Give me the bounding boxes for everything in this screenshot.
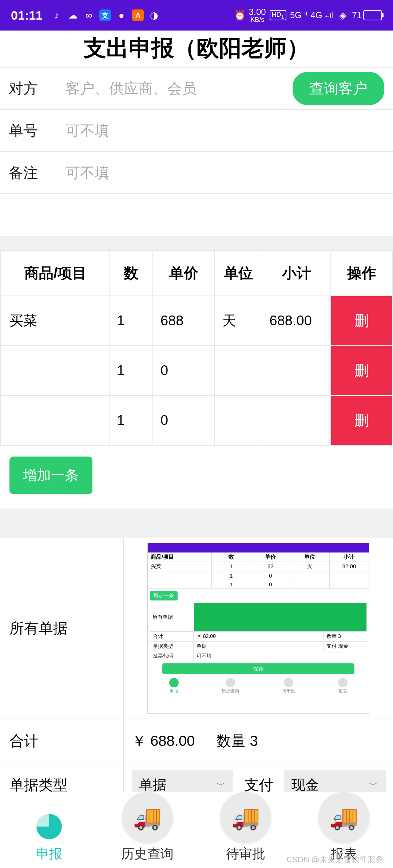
cell-item[interactable] xyxy=(0,346,109,395)
cell-item[interactable]: 买菜 xyxy=(0,296,109,346)
chevron-down-icon: ﹀ xyxy=(368,778,378,792)
cell-op: 删 xyxy=(331,346,393,395)
alarm-icon: ⏰ xyxy=(234,10,245,21)
wifi-icon: ◈ xyxy=(337,10,348,21)
cell-unit[interactable]: 天 xyxy=(215,296,262,346)
cell-qty[interactable]: 1 xyxy=(109,296,153,346)
th-qty: 数 xyxy=(109,250,153,296)
cell-unit[interactable] xyxy=(215,346,262,395)
order-input[interactable] xyxy=(62,112,393,150)
query-customer-button[interactable]: 查询客户 xyxy=(293,72,384,105)
truck-icon: 🚚 xyxy=(329,804,358,831)
net-5g: 5G ᴵᴵ xyxy=(290,10,307,20)
remark-label: 备注 xyxy=(0,163,62,183)
battery: 71 xyxy=(352,10,382,20)
cell-unit[interactable] xyxy=(215,395,262,445)
cell-price[interactable]: 688 xyxy=(153,296,215,346)
hd-icon: HD1 xyxy=(270,10,286,20)
table-row: 10删 xyxy=(0,395,393,445)
cell-price[interactable]: 0 xyxy=(153,346,215,395)
truck-icon: 🚚 xyxy=(231,804,260,831)
form-trailing xyxy=(0,194,393,236)
cell-item[interactable] xyxy=(0,395,109,445)
add-row-button[interactable]: 增加一条 xyxy=(9,457,92,494)
th-unit: 单位 xyxy=(215,250,262,296)
app2-icon: ◑ xyxy=(149,10,160,21)
cell-subtotal: 688.00 xyxy=(262,296,331,346)
cell-qty[interactable]: 1 xyxy=(109,395,153,445)
thumbnail-cell: 商品/项目数单价单位小计 买菜182天82.00 10 10 增加一条 所有单据… xyxy=(124,538,393,719)
cloud-icon: ∞ xyxy=(83,10,94,21)
party-input[interactable] xyxy=(62,69,289,108)
th-subtotal: 小计 xyxy=(262,250,331,296)
app-icon: A xyxy=(132,9,144,21)
items-table: 商品/项目 数 单价 单位 小计 操作 买菜1688天688.00删10删10删 xyxy=(0,250,393,446)
status-right: ⏰ 3.00 KB/s HD1 5G ᴵᴵ 4G ₊ıl ◈ 71 xyxy=(234,8,382,23)
form-section: 对方 查询客户 单号 备注 xyxy=(0,68,393,236)
pie-chart-icon xyxy=(36,814,62,839)
total-label: 合计 xyxy=(0,719,124,763)
cell-price[interactable]: 0 xyxy=(153,395,215,445)
delete-button[interactable]: 删 xyxy=(331,346,392,395)
status-time: 01:11 xyxy=(11,8,43,23)
total-row: 合计 ￥ 688.00 数量 3 xyxy=(0,719,393,763)
thumbnail-preview[interactable]: 商品/项目数单价单位小计 买菜182天82.00 10 10 增加一条 所有单据… xyxy=(147,543,369,714)
wechat-icon: ☁ xyxy=(67,10,78,21)
cell-subtotal xyxy=(262,346,331,395)
remark-input[interactable] xyxy=(62,154,393,192)
nav-history[interactable]: 🚚 历史查询 xyxy=(98,792,196,863)
items-table-section: 商品/项目 数 单价 单位 小计 操作 买菜1688天688.00删10删10删… xyxy=(0,250,393,509)
order-label: 单号 xyxy=(0,121,62,141)
th-item: 商品/项目 xyxy=(0,250,109,296)
th-op: 操作 xyxy=(331,250,393,296)
table-row: 10删 xyxy=(0,346,393,395)
page-title: 支出申报（欧阳老师） xyxy=(0,31,393,68)
table-row: 买菜1688天688.00删 xyxy=(0,296,393,346)
net-4g: 4G ₊ıl xyxy=(311,10,334,20)
nav-declare[interactable]: 申报 xyxy=(0,810,98,863)
cell-subtotal xyxy=(262,395,331,445)
all-docs-row: 所有单据 商品/项目数单价单位小计 买菜182天82.00 10 10 增加一条… xyxy=(0,538,393,719)
summary-section: 所有单据 商品/项目数单价单位小计 买菜182天82.00 10 10 增加一条… xyxy=(0,538,393,807)
party-label: 对方 xyxy=(0,79,62,99)
status-left: 01:11 ♪ ☁ ∞ 支 ● A ◑ xyxy=(11,8,160,23)
truck-icon: 🚚 xyxy=(133,804,162,831)
cell-op: 删 xyxy=(331,296,393,346)
watermark: CSDN @未来之窗软件服务 xyxy=(286,854,384,865)
total-value-cell: ￥ 688.00 数量 3 xyxy=(124,719,393,763)
total-qty: 数量 3 xyxy=(217,731,258,751)
total-amount: ￥ 688.00 xyxy=(132,731,195,751)
th-price: 单价 xyxy=(153,250,215,296)
form-row-order: 单号 xyxy=(0,110,393,152)
chat-icon: ● xyxy=(116,10,127,21)
network-speed: 3.00 KB/s xyxy=(249,8,266,23)
form-row-remark: 备注 xyxy=(0,152,393,194)
chevron-down-icon: ﹀ xyxy=(216,778,226,792)
nav-report[interactable]: 🚚 报表 xyxy=(295,792,393,863)
music-icon: ♪ xyxy=(51,10,62,21)
form-row-party: 对方 查询客户 xyxy=(0,68,393,110)
table-header-row: 商品/项目 数 单价 单位 小计 操作 xyxy=(0,250,393,296)
status-bar: 01:11 ♪ ☁ ∞ 支 ● A ◑ ⏰ 3.00 KB/s HD1 5G ᴵ… xyxy=(0,0,393,31)
alipay-icon: 支 xyxy=(99,9,111,21)
delete-button[interactable]: 删 xyxy=(331,296,392,345)
cell-qty[interactable]: 1 xyxy=(109,346,153,395)
cell-op: 删 xyxy=(331,395,393,445)
all-docs-label: 所有单据 xyxy=(0,538,124,719)
delete-button[interactable]: 删 xyxy=(331,396,392,445)
nav-pending[interactable]: 🚚 待审批 xyxy=(196,792,295,863)
